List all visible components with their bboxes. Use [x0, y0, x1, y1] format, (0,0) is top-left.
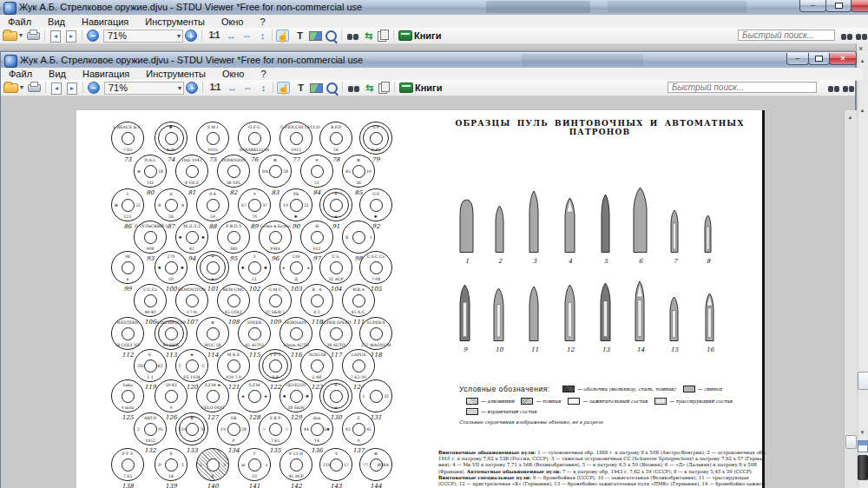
fit-page-button[interactable]: ⇔	[240, 30, 253, 42]
combo-dropdown-icon[interactable]: ▾	[178, 82, 181, 94]
find-next-button[interactable]	[855, 30, 868, 42]
figure-caption: Винтовочные обыкновенные пули: 1 — тупок…	[438, 450, 753, 487]
books-label[interactable]: Книги	[415, 82, 442, 94]
front-scroll-thumb[interactable]	[845, 435, 857, 449]
back-toolbar: ▾−71%▾+1:1↔⇔↕☝T⇆Книги	[0, 28, 868, 44]
bullet-figure	[670, 209, 681, 254]
front-titlebar[interactable]: Жук А.Б. Стрелковое оружие.djvu - STDU V…	[1, 52, 855, 69]
menu-navigation[interactable]: Навигация	[82, 69, 129, 79]
zoom-in-button[interactable]: +	[186, 82, 198, 94]
back-scroll-down-icon[interactable]: ▼	[858, 428, 867, 438]
books-panel-button[interactable]	[398, 30, 412, 41]
actual-size-button[interactable]: 1:1	[207, 30, 220, 42]
page-layout-single-button[interactable]	[50, 30, 61, 43]
open-dropdown-button[interactable]: ▾	[17, 30, 24, 42]
quick-search-input[interactable]	[738, 30, 835, 41]
legend-note: Стальные сердечники изображены объемно, …	[459, 419, 754, 425]
menu-navigation[interactable]: Навигация	[82, 16, 128, 27]
fit-page-button[interactable]: ⇔	[241, 82, 254, 94]
hand-tool[interactable]: ☝	[277, 82, 290, 94]
select-image-button[interactable]	[309, 31, 322, 41]
zoom-region-button[interactable]	[326, 30, 337, 42]
document-view[interactable]: L.BEAUX & C.·7.65·73✱6·3574S M I193575·G…	[1, 110, 857, 488]
maximize-icon	[835, 3, 843, 9]
front-window: Жук А.Б. Стрелковое оружие.djvu - STDU V…	[0, 51, 856, 488]
menu-tools[interactable]: Инструменты	[145, 16, 205, 27]
open-folder-button[interactable]	[3, 83, 18, 93]
open-dropdown-button[interactable]: ▾	[18, 82, 25, 94]
minimize-button[interactable]: –	[799, 0, 826, 12]
caption-line: Винтовочные специальные пули: 9 — бронеб…	[438, 475, 753, 481]
print-button[interactable]	[28, 84, 41, 92]
books-panel-button[interactable]	[399, 82, 413, 93]
zoom-out-button[interactable]: −	[87, 30, 99, 42]
find-button[interactable]	[347, 82, 360, 94]
bullet-number: 6	[632, 258, 649, 265]
front-scroll-up-icon[interactable]: ▲	[845, 113, 855, 122]
fit-width-button[interactable]: ↔	[226, 82, 239, 94]
actual-size-button[interactable]: 1:1	[208, 82, 221, 94]
back-scroll-up-icon[interactable]: ▲	[858, 56, 867, 66]
close-button[interactable]: ×	[829, 53, 857, 65]
find-button[interactable]	[346, 30, 359, 42]
menu-window[interactable]: Окно	[222, 69, 245, 79]
zoom-out-button[interactable]: −	[88, 82, 100, 94]
zoom-level-combo[interactable]: 71%▾	[104, 82, 184, 95]
fit-width-button[interactable]: ↔	[225, 30, 238, 42]
find-previous-button[interactable]	[840, 30, 853, 42]
page-layout-facing-button[interactable]	[67, 82, 77, 95]
menu-help[interactable]: ?	[260, 69, 266, 79]
export-pages-button[interactable]: ⇆	[363, 82, 376, 94]
menu-tools[interactable]: Инструменты	[146, 69, 206, 79]
bullet-figure	[704, 214, 713, 254]
toolbar-separator	[393, 30, 394, 41]
menu-file[interactable]: Файл	[8, 16, 31, 27]
fit-height-button[interactable]: ↕	[256, 30, 269, 42]
bullet-figure	[493, 287, 506, 343]
maximize-button[interactable]	[825, 0, 852, 12]
zoom-region-button[interactable]	[326, 82, 338, 94]
select-image-button[interactable]	[310, 83, 323, 93]
menu-window[interactable]: Окно	[221, 16, 244, 27]
back-close-tab-icon[interactable]: ×	[858, 44, 863, 53]
select-text-button[interactable]: T	[293, 30, 306, 42]
menu-view[interactable]: Вид	[49, 69, 66, 79]
back-scroll-up2-icon[interactable]: ▲	[858, 106, 867, 115]
books-label[interactable]: Книги	[414, 30, 441, 42]
copy-page-button[interactable]	[378, 83, 387, 94]
back-scroll-thumb[interactable]	[858, 372, 868, 390]
zoom-in-button[interactable]: +	[185, 30, 197, 42]
zoom-level-combo[interactable]: 71%▾	[103, 30, 183, 43]
page-layout-single-button[interactable]	[51, 82, 62, 95]
export-pages-button[interactable]: ⇆	[362, 30, 375, 42]
caption-text: ния); 4 — Мк VII к патрону 7,71 х 56R (В…	[438, 462, 757, 467]
hand-tool[interactable]: ☝	[276, 30, 289, 42]
back-menubar: Файл Вид Навигация Инструменты Окно ?	[0, 15, 868, 29]
close-button[interactable]: ×	[851, 0, 868, 12]
copy-page-button[interactable]	[378, 31, 386, 42]
back-titlebar[interactable]: Жук А.Б. Стрелковое оружие.djvu - STDU V…	[0, 0, 868, 16]
minimize-button[interactable]: –	[786, 53, 809, 65]
toolbar-separator	[45, 82, 46, 93]
fit-height-button[interactable]: ↕	[257, 82, 270, 94]
bullet-number: 7	[667, 258, 684, 265]
combo-dropdown-icon[interactable]: ▾	[177, 30, 181, 42]
menu-view[interactable]: Вид	[48, 16, 65, 27]
menu-help[interactable]: ?	[260, 16, 265, 27]
maximize-button[interactable]	[808, 53, 830, 65]
bullet-number: 12	[562, 346, 579, 353]
select-text-button[interactable]: T	[294, 82, 307, 94]
print-button[interactable]	[27, 32, 40, 40]
menu-file[interactable]: Файл	[9, 69, 32, 79]
find-previous-button[interactable]	[827, 82, 840, 94]
toolbar-separator	[273, 82, 273, 93]
page-layout-facing-button[interactable]	[66, 30, 76, 43]
binoculars-icon	[348, 86, 353, 92]
split-view-icon[interactable]	[858, 440, 868, 452]
bullet-figure	[600, 282, 613, 343]
open-folder-button[interactable]	[3, 31, 17, 41]
front-scrollbar-track[interactable]: ▲	[844, 110, 857, 488]
find-next-button[interactable]	[842, 82, 855, 94]
legend-label: — свинец	[698, 386, 722, 392]
quick-search-input[interactable]	[667, 82, 817, 93]
